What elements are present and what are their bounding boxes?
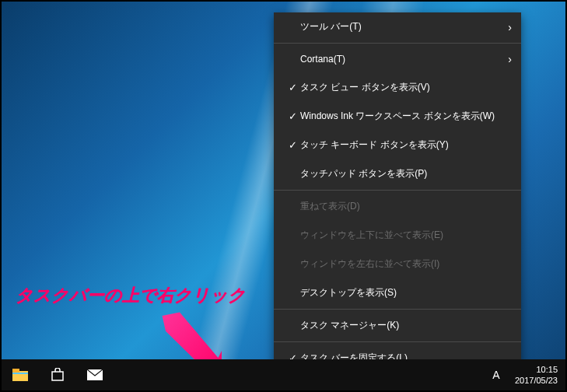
menu-label: デスクトップを表示(S) (300, 286, 512, 299)
menu-cascade: 重ねて表示(D) (274, 192, 521, 221)
menu-label: ツール バー(T) (300, 20, 508, 33)
menu-label: ウィンドウを上下に並べて表示(E) (300, 229, 512, 242)
svg-rect-5 (52, 372, 63, 380)
chevron-right-icon: › (508, 53, 512, 65)
menu-show-taskview[interactable]: ✓ タスク ビュー ボタンを表示(V) (274, 73, 521, 102)
menu-label: Windows Ink ワークスペース ボタンを表示(W) (300, 110, 512, 123)
menu-label: タッチ キーボード ボタンを表示(Y) (300, 138, 512, 152)
menu-label: 重ねて表示(D) (300, 200, 512, 213)
store-icon[interactable] (39, 359, 76, 390)
clock-time: 10:15 (515, 364, 558, 375)
menu-label: タスク ビュー ボタンを表示(V) (300, 81, 512, 94)
menu-stack-horizontal: ウィンドウを左右に並べて表示(I) (274, 250, 521, 278)
clock-date: 2017/05/23 (515, 375, 558, 386)
menu-task-manager[interactable]: タスク マネージャー(K) (274, 311, 521, 340)
svg-rect-3 (12, 369, 19, 373)
chevron-right-icon: › (508, 21, 512, 33)
annotation-text: タスクバーの上で右クリック (16, 284, 246, 307)
menu-show-touchkb[interactable]: ✓ タッチ キーボード ボタンを表示(Y) (274, 131, 521, 159)
svg-rect-4 (12, 373, 28, 374)
menu-separator (274, 43, 521, 44)
mail-icon[interactable] (76, 359, 114, 390)
taskbar-context-menu: ツール バー(T) › Cortana(T) › ✓ タスク ビュー ボタンを表… (274, 12, 521, 392)
check-icon: ✓ (285, 110, 300, 122)
menu-label: ウィンドウを左右に並べて表示(I) (300, 257, 512, 271)
system-clock[interactable]: 10:15 2017/05/23 (507, 364, 565, 387)
ime-indicator[interactable]: A (485, 369, 507, 381)
check-icon: ✓ (285, 82, 300, 93)
menu-label: タスク マネージャー(K) (300, 319, 512, 332)
check-icon: ✓ (285, 139, 300, 151)
menu-separator (274, 341, 521, 342)
menu-show-touchpad[interactable]: タッチパッド ボタンを表示(P) (274, 159, 521, 188)
menu-label: タッチパッド ボタンを表示(P) (300, 167, 512, 180)
menu-stack-vertical: ウィンドウを上下に並べて表示(E) (274, 221, 521, 250)
menu-separator (274, 190, 521, 191)
menu-separator (274, 309, 521, 310)
menu-show-ink[interactable]: ✓ Windows Ink ワークスペース ボタンを表示(W) (274, 102, 521, 131)
taskbar[interactable]: A 10:15 2017/05/23 (2, 359, 565, 390)
menu-cortana[interactable]: Cortana(T) › (274, 45, 521, 73)
file-explorer-icon[interactable] (2, 359, 39, 390)
menu-show-desktop[interactable]: デスクトップを表示(S) (274, 278, 521, 307)
menu-label: Cortana(T) (300, 54, 508, 65)
menu-toolbars[interactable]: ツール バー(T) › (274, 12, 521, 41)
